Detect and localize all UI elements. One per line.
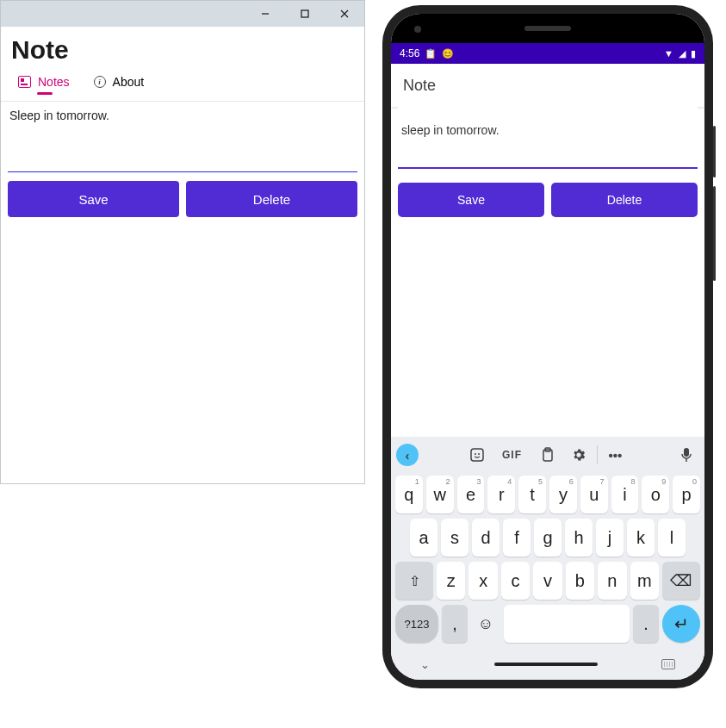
key-p[interactable]: p0 [673, 476, 700, 513]
key-e[interactable]: e3 [457, 476, 485, 513]
phone-device-frame: 4:56 📋 😊 ▼ ◢ ▮ Note Save Delete ‹ [382, 5, 713, 688]
nav-keyboard-switch-icon[interactable] [661, 659, 675, 669]
nav-collapse-icon[interactable]: ⌄ [420, 658, 430, 671]
comma-key[interactable]: , [442, 605, 468, 643]
window-titlebar [1, 1, 364, 27]
keyboard-toolbar: ‹ GIF ••• [391, 437, 704, 473]
emoji-key[interactable]: ☺ [471, 605, 500, 643]
key-y[interactable]: y6 [549, 476, 577, 513]
info-icon: i [94, 76, 106, 88]
header: Note Notes i About [1, 27, 364, 102]
key-j[interactable]: j [596, 519, 624, 557]
gif-button[interactable]: GIF [495, 442, 530, 468]
status-notif-icon: 📋 [425, 48, 437, 59]
key-o[interactable]: o9 [642, 476, 669, 513]
status-bar: 4:56 📋 😊 ▼ ◢ ▮ [391, 43, 704, 64]
key-m[interactable]: m [630, 562, 659, 600]
note-text-input[interactable] [8, 102, 357, 172]
key-f[interactable]: f [503, 519, 531, 557]
key-z[interactable]: z [437, 562, 465, 600]
svg-rect-9 [684, 448, 689, 457]
phone-power-button [713, 126, 716, 177]
status-notif-icon2: 😊 [442, 48, 454, 59]
keyboard-collapse-left-icon[interactable]: ‹ [396, 444, 419, 466]
clipboard-icon[interactable] [535, 442, 561, 468]
mic-icon[interactable] [673, 442, 699, 468]
tab-about[interactable]: i About [94, 75, 145, 94]
tab-notes[interactable]: Notes [18, 75, 70, 94]
symbols-key[interactable]: ?123 [395, 605, 438, 643]
keyboard-row-2: asdfghjkl [391, 516, 704, 559]
tab-strip: Notes i About [11, 75, 354, 94]
key-c[interactable]: c [501, 562, 530, 600]
wifi-icon: ▼ [664, 48, 673, 59]
gear-icon[interactable] [566, 442, 592, 468]
backspace-key[interactable]: ⌫ [662, 562, 700, 600]
svg-point-5 [475, 453, 476, 455]
nav-home-pill[interactable] [494, 663, 598, 666]
enter-key[interactable]: ↵ [662, 605, 700, 643]
key-d[interactable]: d [472, 519, 500, 557]
key-b[interactable]: b [566, 562, 594, 600]
save-button[interactable]: Save [8, 181, 179, 217]
key-x[interactable]: x [468, 562, 497, 600]
save-button[interactable]: Save [398, 183, 544, 217]
keyboard-row-1: q1w2e3r4t5y6u7i8o9p0 [391, 473, 704, 516]
key-i[interactable]: i8 [611, 476, 639, 513]
close-button[interactable] [325, 1, 364, 27]
battery-icon: ▮ [691, 48, 696, 59]
button-row: Save Delete [8, 181, 357, 217]
desktop-window: Note Notes i About Save Delete [0, 0, 365, 484]
key-w[interactable]: w2 [426, 476, 454, 513]
status-time: 4:56 [400, 47, 419, 59]
phone-screen: 4:56 📋 😊 ▼ ◢ ▮ Note Save Delete ‹ [391, 14, 704, 680]
svg-rect-1 [301, 10, 308, 17]
maximize-button[interactable] [285, 1, 325, 27]
minimize-button[interactable] [245, 1, 285, 27]
app-bar-title: Note [403, 77, 436, 95]
key-n[interactable]: n [598, 562, 626, 600]
delete-button[interactable]: Delete [186, 181, 357, 217]
svg-point-6 [478, 453, 480, 455]
more-icon[interactable]: ••• [603, 442, 629, 468]
space-key[interactable] [504, 605, 630, 643]
key-a[interactable]: a [410, 519, 437, 557]
key-s[interactable]: s [441, 519, 468, 557]
delete-button[interactable]: Delete [551, 183, 698, 217]
key-g[interactable]: g [534, 519, 562, 557]
button-row: Save Delete [398, 183, 698, 217]
signal-icon: ◢ [679, 48, 686, 59]
key-u[interactable]: u7 [580, 476, 608, 513]
keyboard-row-4: ?123 , ☺ . ↵ [391, 602, 704, 645]
speaker-grill [524, 26, 571, 31]
phone-content: Save Delete [391, 107, 704, 437]
tab-about-label: About [113, 75, 145, 89]
soft-keyboard: ‹ GIF ••• q1w2e3r4t5y6u7i8o [391, 437, 704, 649]
tab-notes-label: Notes [38, 75, 70, 89]
key-k[interactable]: k [627, 519, 655, 557]
keyboard-row-3: ⇧ zxcvbnm ⌫ [391, 559, 704, 602]
key-r[interactable]: r4 [487, 476, 515, 513]
front-camera [414, 26, 421, 33]
key-v[interactable]: v [533, 562, 562, 600]
key-l[interactable]: l [658, 519, 686, 557]
key-t[interactable]: t5 [518, 476, 546, 513]
key-q[interactable]: q1 [395, 476, 423, 513]
app-bar: Note [391, 64, 704, 107]
notes-icon [18, 76, 31, 88]
phone-volume-button [713, 186, 716, 281]
content-area: Save Delete [1, 102, 364, 483]
note-text-input[interactable] [398, 107, 698, 169]
android-nav-bar: ⌄ [391, 649, 704, 680]
key-h[interactable]: h [565, 519, 593, 557]
page-title: Note [11, 35, 354, 65]
period-key[interactable]: . [633, 605, 659, 643]
phone-bezel-top [391, 14, 704, 43]
shift-key[interactable]: ⇧ [395, 562, 433, 600]
svg-rect-4 [471, 449, 483, 461]
sticker-icon[interactable] [464, 442, 490, 468]
